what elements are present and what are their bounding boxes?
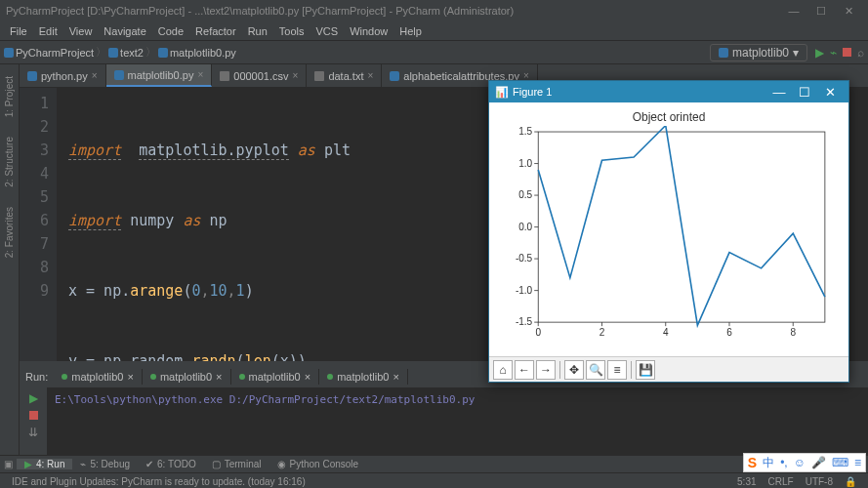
figure-titlebar[interactable]: 📊 Figure 1 — ☐ ✕ <box>489 81 848 102</box>
run-toolwindow-tab[interactable]: ▶4: Run <box>17 459 72 469</box>
caret-position[interactable]: 5:31 <box>731 476 762 487</box>
close-icon[interactable]: × <box>216 371 222 383</box>
breadcrumb-file[interactable]: matplotlib0.py <box>170 47 236 59</box>
terminal-toolwindow-tab[interactable]: ▢Terminal <box>204 459 269 469</box>
menu-code[interactable]: Code <box>152 23 189 39</box>
minimize-icon[interactable]: — <box>766 85 792 100</box>
csv-file-icon <box>220 71 229 81</box>
close-tab-icon[interactable]: × <box>197 69 203 80</box>
rerun-button[interactable]: ▶ <box>29 391 38 405</box>
folder-icon <box>108 48 118 58</box>
project-toolwindow-tab[interactable]: 1: Project <box>4 72 15 121</box>
ime-keyboard-icon[interactable]: ⌨ <box>832 456 848 469</box>
menu-vcs[interactable]: VCS <box>310 23 345 39</box>
close-icon[interactable]: × <box>127 371 133 383</box>
navigation-toolbar: PyCharmProject 〉 text2 〉 matplotlib0.py … <box>0 41 868 64</box>
menu-file[interactable]: File <box>4 23 33 39</box>
window-title: PyCharmProject [D:\PyCharmProject] - ...… <box>6 5 514 17</box>
toolwindow-toggle-icon[interactable]: ▣ <box>0 459 17 469</box>
run-tab[interactable]: matplotlib0× <box>231 369 320 385</box>
close-icon[interactable]: × <box>393 371 398 383</box>
home-button[interactable]: ⌂ <box>493 360 513 380</box>
close-tab-icon[interactable]: × <box>367 70 373 81</box>
file-encoding[interactable]: UTF-8 <box>800 476 839 487</box>
ime-settings-icon[interactable]: ≡ <box>854 456 861 469</box>
ime-mic-icon[interactable]: 🎤 <box>811 456 826 469</box>
menu-tools[interactable]: Tools <box>273 23 310 39</box>
run-output[interactable]: E:\Tools\python\python.exe D:/PyCharmPro… <box>47 387 868 455</box>
menu-navigate[interactable]: Navigate <box>98 23 151 39</box>
run-config-label: matplotlib0 <box>732 46 789 60</box>
debug-button[interactable]: ⌁ <box>830 46 837 60</box>
line-separator[interactable]: CRLF <box>763 476 800 487</box>
minimize-icon[interactable]: — <box>780 2 807 20</box>
ime-language-indicator[interactable]: 中 <box>763 455 774 471</box>
todo-toolwindow-tab[interactable]: ✔6: TODO <box>138 459 204 469</box>
run-config-selector[interactable]: matplotlib0 ▾ <box>710 44 807 61</box>
maximize-icon[interactable]: ☐ <box>792 85 817 100</box>
close-tab-icon[interactable]: × <box>92 70 98 81</box>
zoom-button[interactable]: 🔍 <box>586 360 605 380</box>
run-tab[interactable]: matplotlib0× <box>54 369 143 385</box>
pan-button[interactable]: ✥ <box>564 360 584 380</box>
editor-tab[interactable]: python.py× <box>20 64 106 87</box>
breadcrumb: PyCharmProject 〉 text2 〉 matplotlib0.py <box>4 45 236 60</box>
ime-emoji-icon[interactable]: ☺ <box>794 456 806 469</box>
close-icon[interactable]: ✕ <box>835 2 862 20</box>
line-numbers: 123456789 <box>20 88 57 361</box>
structure-toolwindow-tab[interactable]: 2: Structure <box>4 133 15 191</box>
svg-text:-0.5: -0.5 <box>516 253 533 264</box>
figure-navigation-toolbar: ⌂ ← → ✥ 🔍 ≡ 💾 <box>489 356 848 382</box>
pyconsole-toolwindow-tab[interactable]: ◉Python Console <box>269 459 367 469</box>
breadcrumb-folder[interactable]: text2 <box>120 47 144 59</box>
breadcrumb-root[interactable]: PyCharmProject <box>16 47 94 59</box>
ime-punct-icon[interactable]: •, <box>780 456 788 469</box>
window-titlebar: PyCharmProject [D:\PyCharmProject] - ...… <box>0 0 868 21</box>
status-bar: IDE and Plugin Updates: PyCharm is ready… <box>0 472 868 488</box>
save-button[interactable]: 💾 <box>636 360 655 380</box>
configure-button[interactable]: ≡ <box>607 360 627 380</box>
close-icon[interactable]: × <box>305 371 310 383</box>
stop-button[interactable] <box>29 411 38 420</box>
figure-canvas[interactable]: Object orinted 02468-1.5-1.0-0.50.00.51.… <box>489 102 848 356</box>
forward-button[interactable]: → <box>536 360 556 380</box>
close-icon[interactable]: ✕ <box>817 85 843 100</box>
figure-icon: 📊 <box>495 86 509 99</box>
run-button[interactable]: ▶ <box>815 46 824 60</box>
svg-text:2: 2 <box>599 327 605 338</box>
search-icon[interactable]: ⌕ <box>857 46 864 60</box>
debug-toolwindow-tab[interactable]: ⌁5: Debug <box>72 459 138 469</box>
stop-button[interactable] <box>843 48 851 57</box>
down-icon[interactable]: ⇊ <box>28 426 38 439</box>
menu-edit[interactable]: Edit <box>33 23 63 39</box>
matplotlib-figure-window[interactable]: 📊 Figure 1 — ☐ ✕ Object orinted 02468-1.… <box>488 80 849 383</box>
chevron-down-icon: ▾ <box>793 46 799 60</box>
editor-tab[interactable]: data.txt× <box>307 64 382 87</box>
favorites-toolwindow-tab[interactable]: 2: Favorites <box>4 203 15 262</box>
python-file-icon <box>114 70 124 80</box>
menu-run[interactable]: Run <box>242 23 273 39</box>
svg-text:4: 4 <box>663 327 669 338</box>
menu-help[interactable]: Help <box>393 23 428 39</box>
play-icon: ▶ <box>24 459 32 469</box>
menu-window[interactable]: Window <box>344 23 393 39</box>
editor-tab[interactable]: 000001.csv× <box>212 64 307 87</box>
menu-refactor[interactable]: Refactor <box>189 23 242 39</box>
run-tab[interactable]: matplotlib0× <box>319 369 408 385</box>
editor-tab[interactable]: matplotlib0.py× <box>106 64 213 87</box>
back-button[interactable]: ← <box>515 360 534 380</box>
figure-title: Figure 1 <box>513 86 552 98</box>
menu-view[interactable]: View <box>63 23 99 39</box>
python-file-icon <box>719 48 728 58</box>
svg-text:1.5: 1.5 <box>518 126 532 137</box>
run-controls: ▶ ⇊ <box>20 387 47 455</box>
close-tab-icon[interactable]: × <box>293 70 299 81</box>
ime-toolbar[interactable]: S 中 •, ☺ 🎤 ⌨ ≡ <box>743 453 866 472</box>
run-tab[interactable]: matplotlib0× <box>143 369 231 385</box>
lock-icon[interactable]: 🔒 <box>839 476 862 487</box>
status-dot-icon <box>239 374 245 380</box>
maximize-icon[interactable]: ☐ <box>807 2 835 20</box>
svg-text:0.0: 0.0 <box>518 222 532 232</box>
ime-logo-icon[interactable]: S <box>748 455 757 470</box>
svg-text:1.0: 1.0 <box>518 158 532 169</box>
